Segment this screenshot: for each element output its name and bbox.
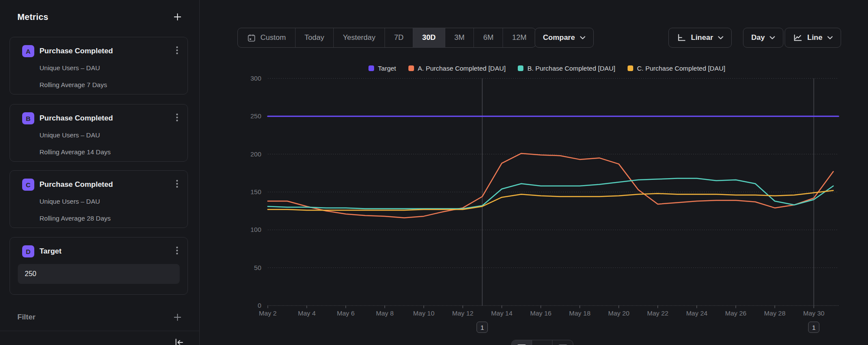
series-line bbox=[268, 179, 833, 209]
x-axis-label: May 20 bbox=[608, 309, 629, 317]
chart-legend: Target A. Purchase Completed [DAU] B. Pu… bbox=[243, 64, 851, 72]
series-line bbox=[268, 191, 833, 210]
x-axis-label: May 12 bbox=[452, 309, 473, 317]
metric-measure: Unique Users – DAU bbox=[39, 131, 100, 139]
legend-item-a[interactable]: A. Purchase Completed [DAU] bbox=[408, 65, 506, 72]
calendar-icon bbox=[247, 33, 256, 42]
time-range-6m[interactable]: 6M bbox=[474, 28, 503, 47]
filter-title: Filter bbox=[17, 313, 36, 322]
chevron-down-icon bbox=[827, 36, 833, 39]
granularity-selector-button[interactable]: Day bbox=[743, 28, 783, 48]
metric-transform: Rolling Average 14 Days bbox=[39, 148, 111, 156]
time-range-7d[interactable]: 7D bbox=[385, 28, 413, 47]
time-range-3m[interactable]: 3M bbox=[445, 28, 474, 47]
metric-badge-c: C bbox=[22, 179, 34, 191]
x-axis-label: May 30 bbox=[803, 309, 824, 317]
metric-badge-b: B bbox=[22, 112, 34, 124]
y-axis-label: 100 bbox=[250, 226, 261, 233]
legend-swatch bbox=[368, 65, 374, 71]
y-axis-label: 200 bbox=[250, 150, 261, 158]
annotation-badge[interactable]: 1 bbox=[808, 322, 819, 333]
x-axis-label: May 2 bbox=[259, 309, 277, 317]
legend-swatch bbox=[628, 65, 633, 71]
metric-card-c[interactable]: C Purchase Completed Unique Users – DAU … bbox=[10, 170, 188, 228]
legend-swatch bbox=[518, 65, 523, 71]
legend-swatch bbox=[408, 65, 414, 71]
legend-item-target[interactable]: Target bbox=[368, 65, 396, 72]
metric-card-target[interactable]: D Target 250 bbox=[10, 237, 188, 295]
y-axis-label: 0 bbox=[258, 302, 261, 309]
y-axis-label: 150 bbox=[250, 188, 261, 195]
line-chart-icon bbox=[793, 33, 802, 42]
view-toggle-compact[interactable] bbox=[552, 340, 573, 345]
metric-transform: Rolling Average 28 Days bbox=[39, 215, 111, 222]
metric-menu-button[interactable] bbox=[172, 111, 182, 124]
x-axis-label: May 26 bbox=[725, 309, 746, 317]
x-axis-label: May 4 bbox=[298, 309, 316, 317]
metric-measure: Unique Users – DAU bbox=[39, 64, 100, 72]
add-filter-button[interactable] bbox=[171, 311, 184, 323]
scale-selector-button[interactable]: Linear bbox=[668, 28, 732, 48]
time-range-12m[interactable]: 12M bbox=[503, 28, 536, 47]
metrics-sidebar: Metrics A Purchase Completed Unique User… bbox=[0, 0, 200, 345]
bottom-view-toggle bbox=[511, 340, 573, 345]
plus-icon bbox=[172, 312, 183, 322]
metric-transform: Rolling Average 7 Days bbox=[39, 81, 107, 88]
metric-badge-a: A bbox=[22, 45, 34, 57]
metric-menu-button[interactable] bbox=[172, 178, 182, 190]
legend-item-b[interactable]: B. Purchase Completed [DAU] bbox=[518, 65, 615, 72]
chart-type-selector-button[interactable]: Line bbox=[785, 28, 841, 48]
x-axis-label: May 28 bbox=[764, 309, 786, 317]
time-range-custom[interactable]: Custom bbox=[238, 28, 296, 47]
add-metric-button[interactable] bbox=[171, 11, 184, 23]
metric-card-b[interactable]: B Purchase Completed Unique Users – DAU … bbox=[10, 104, 188, 162]
metric-title: Purchase Completed bbox=[39, 47, 113, 55]
x-axis-label: May 22 bbox=[647, 309, 668, 317]
axis-icon bbox=[677, 33, 686, 42]
metric-card-a[interactable]: A Purchase Completed Unique Users – DAU … bbox=[10, 37, 188, 94]
x-axis-label: May 6 bbox=[337, 309, 355, 317]
metric-title: Purchase Completed bbox=[39, 114, 113, 123]
x-axis-label: May 10 bbox=[413, 309, 434, 317]
sidebar-divider bbox=[0, 331, 199, 331]
x-axis-label: May 16 bbox=[530, 309, 551, 317]
chevron-down-icon bbox=[769, 36, 775, 39]
metrics-header: Metrics bbox=[17, 10, 184, 23]
chart-canvas[interactable]: 050100150200250300May 2May 4May 6May 8Ma… bbox=[243, 76, 851, 336]
view-toggle-split[interactable] bbox=[532, 340, 552, 345]
time-range-label: Custom bbox=[260, 33, 286, 42]
view-toggle-expanded[interactable] bbox=[512, 340, 532, 345]
legend-item-c[interactable]: C. Purchase Completed [DAU] bbox=[628, 65, 725, 72]
metric-menu-button[interactable] bbox=[172, 44, 182, 56]
x-axis-label: May 14 bbox=[491, 309, 513, 317]
x-axis-label: May 8 bbox=[376, 309, 394, 317]
y-axis-label: 300 bbox=[250, 76, 261, 82]
x-axis-label: May 18 bbox=[569, 309, 590, 317]
chevron-down-icon bbox=[718, 36, 723, 39]
metric-measure: Unique Users – DAU bbox=[39, 198, 100, 205]
metric-badge-d: D bbox=[22, 245, 34, 257]
collapse-sidebar-button[interactable] bbox=[172, 336, 185, 345]
collapse-left-icon bbox=[173, 337, 184, 345]
metric-title: Purchase Completed bbox=[39, 180, 113, 189]
time-range-control: Custom Today Yesterday 7D 30D 3M 6M 12M bbox=[237, 28, 536, 48]
metrics-title: Metrics bbox=[17, 12, 48, 22]
annotation-badge[interactable]: 1 bbox=[477, 322, 488, 333]
compare-button[interactable]: Compare bbox=[535, 28, 594, 48]
time-range-yesterday[interactable]: Yesterday bbox=[334, 28, 385, 47]
time-range-30d-active[interactable]: 30D bbox=[413, 28, 445, 47]
plus-icon bbox=[172, 12, 183, 22]
target-value-input[interactable]: 250 bbox=[18, 264, 180, 284]
metric-title: Target bbox=[39, 247, 62, 256]
y-axis-label: 250 bbox=[250, 112, 261, 120]
chevron-down-icon bbox=[580, 36, 585, 39]
metric-menu-button[interactable] bbox=[172, 244, 182, 257]
x-axis-label: May 24 bbox=[686, 309, 707, 317]
time-range-today[interactable]: Today bbox=[296, 28, 334, 47]
y-axis-label: 50 bbox=[254, 264, 261, 271]
filter-header: Filter bbox=[17, 311, 184, 323]
